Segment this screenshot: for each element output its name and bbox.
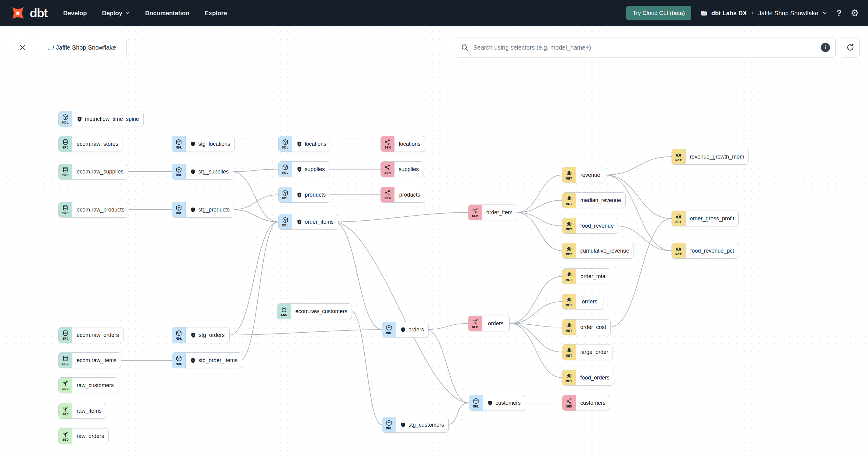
graph-node-met_food_orders[interactable]: METfood_orders: [562, 370, 614, 386]
graph-node-stg_supplies[interactable]: MDLstg_supplies: [172, 164, 233, 180]
lineage-canvas[interactable]: .. / Jaffle Shop Snowflake i MDLmetricfl…: [0, 26, 868, 451]
graph-node-metricflow_time_spine[interactable]: MDLmetricflow_time_spine: [58, 111, 144, 127]
lineage-breadcrumb[interactable]: .. / Jaffle Shop Snowflake: [37, 38, 126, 57]
node-kind-label: MET: [676, 252, 682, 256]
graph-node-order_items_mdl[interactable]: MDLorder_items: [278, 214, 338, 230]
node-label: median_revenue: [580, 197, 621, 204]
node-label: stg_supplies: [198, 169, 229, 175]
info-icon[interactable]: i: [821, 43, 830, 52]
node-label: metricflow_time_spine: [85, 116, 139, 122]
node-kind-label: SEM: [384, 171, 391, 175]
graph-node-src_raw_products[interactable]: SRCecom.raw_products: [58, 202, 129, 218]
graph-node-locations_mdl[interactable]: MDLlocations: [278, 136, 331, 152]
graph-node-src_raw_items[interactable]: SRCecom.raw_items: [58, 352, 121, 368]
node-label: raw_orders: [76, 433, 104, 440]
graph-node-order_item_sem[interactable]: SEMorder_item: [468, 205, 517, 220]
bar-chart-icon: MET: [562, 218, 576, 233]
graph-node-stg_locations[interactable]: MDLstg_locations: [172, 136, 235, 152]
graph-node-met_cumulative_revenue[interactable]: METcumulative_revenue: [562, 243, 634, 259]
graph-node-met_order_cost[interactable]: METorder_cost: [562, 319, 611, 335]
graph-node-met_food_revenue_pct[interactable]: METfood_revenue_pct: [672, 243, 739, 259]
breadcrumb-separator: /: [750, 10, 754, 17]
shield-icon: [190, 332, 196, 338]
graph-node-stg_customers[interactable]: MDLstg_customers: [382, 417, 448, 433]
node-label: ecom.raw_products: [76, 207, 124, 213]
graph-node-seed_raw_customers[interactable]: SEDraw_customers: [58, 378, 118, 393]
database-icon: SRC: [59, 164, 72, 179]
graph-node-orders_sem[interactable]: SEMorders: [468, 315, 510, 331]
graph-node-stg_products[interactable]: MDLstg_products: [172, 202, 234, 218]
project-switcher[interactable]: dbt Labs DX / Jaffle Shop Snowflake: [701, 9, 828, 17]
graph-node-met_revenue_growth_mom[interactable]: METrevenue_growth_mom: [672, 149, 749, 164]
node-label: raw_items: [76, 408, 101, 414]
network-icon: SEM: [381, 161, 395, 177]
nav-item-deploy[interactable]: Deploy: [102, 10, 130, 17]
graph-node-met_food_revenue[interactable]: METfood_revenue: [562, 218, 618, 234]
graph-node-src_raw_customers[interactable]: SRCecom.raw_customers: [277, 303, 352, 319]
graph-node-met_large_order[interactable]: METlarge_order: [562, 344, 613, 360]
graph-node-src_raw_orders[interactable]: SRCecom.raw_orders: [58, 327, 123, 343]
graph-node-stg_orders[interactable]: MDLstg_orders: [172, 327, 229, 343]
graph-node-seed_raw_orders[interactable]: SEDraw_orders: [58, 428, 108, 444]
node-label: large_order: [580, 349, 608, 356]
nav-item-documentation[interactable]: Documentation: [145, 10, 189, 17]
nav-item-explore[interactable]: Explore: [205, 10, 227, 17]
graph-node-met_orders[interactable]: METorders: [562, 294, 603, 309]
help-icon[interactable]: ?: [837, 8, 842, 18]
bar-chart-icon: MET: [672, 211, 685, 226]
seedling-icon: SED: [59, 378, 72, 393]
node-kind-label: MDL: [176, 337, 182, 340]
nav-item-develop[interactable]: Develop: [63, 10, 87, 17]
dbt-logo[interactable]: dbt: [9, 4, 48, 22]
gear-icon[interactable]: ⚙: [851, 8, 859, 18]
node-label: order_item: [486, 209, 513, 216]
node-label: cumulative_revenue: [580, 248, 629, 254]
graph-node-stg_order_items[interactable]: MDLstg_order_items: [172, 352, 242, 368]
graph-node-supplies_mdl[interactable]: MDLsupplies: [278, 161, 330, 177]
node-kind-label: MET: [566, 228, 572, 231]
refresh-button[interactable]: [841, 37, 860, 58]
main-nav: DevelopDeployDocumentationExplore: [63, 10, 227, 17]
graph-node-met_order_gross_profit[interactable]: METorder_gross_profit: [672, 211, 739, 227]
try-cloud-cli-button[interactable]: Try Cloud CLI (beta): [626, 6, 691, 20]
node-label: orders: [582, 299, 597, 305]
graph-node-supplies_sem[interactable]: SEMsupplies: [380, 161, 423, 177]
node-kind-label: MDL: [176, 174, 182, 177]
graph-node-products_sem[interactable]: SEMproducts: [380, 187, 425, 203]
edge-order_item_sem-to-met_cumulative_revenue: [517, 212, 562, 251]
node-label: revenue_growth_mom: [690, 154, 744, 160]
node-kind-label: MET: [566, 354, 572, 358]
graph-node-locations_sem[interactable]: SEMlocations: [380, 136, 425, 152]
node-label: orders: [408, 327, 424, 333]
edge-stg_supplies-to-order_items_mdl: [232, 172, 278, 222]
network-icon: SEM: [381, 187, 395, 202]
node-label: products: [399, 192, 420, 198]
dbt-wordmark: dbt: [30, 7, 48, 19]
node-kind-label: SEM: [472, 214, 478, 218]
graph-node-customers_mdl[interactable]: MDLcustomers: [469, 395, 525, 411]
graph-node-met_revenue[interactable]: METrevenue: [562, 167, 605, 183]
edge-met_order_cost-to-met_order_gross_profit: [610, 218, 672, 327]
node-label: locations: [305, 141, 326, 147]
node-label: supplies: [305, 166, 325, 173]
database-icon: SRC: [59, 353, 72, 368]
edge-order_item_sem-to-met_revenue: [517, 175, 562, 212]
node-label: supplies: [399, 166, 419, 173]
node-label: order_items: [305, 219, 334, 225]
graph-node-met_median_revenue[interactable]: METmedian_revenue: [562, 192, 626, 208]
graph-node-customers_sem[interactable]: SEMcustomers: [562, 395, 610, 411]
graph-node-met_order_total[interactable]: METorder_total: [562, 268, 611, 284]
node-label: stg_customers: [408, 422, 444, 428]
graph-node-orders_mdl[interactable]: MDLorders: [382, 322, 429, 337]
bar-chart-icon: MET: [562, 243, 576, 259]
graph-node-products_mdl[interactable]: MDLproducts: [278, 187, 330, 203]
node-label: stg_orders: [198, 332, 224, 338]
graph-node-seed_raw_items[interactable]: SEDraw_items: [58, 403, 106, 419]
graph-node-src_raw_stores[interactable]: SRCecom.raw_stores: [58, 136, 123, 152]
search-input[interactable]: [473, 44, 817, 52]
node-kind-label: SED: [62, 438, 69, 442]
node-label: locations: [399, 141, 420, 147]
close-lineage-button[interactable]: [13, 38, 32, 57]
node-kind-label: SRC: [62, 362, 69, 366]
graph-node-src_raw_supplies[interactable]: SRCecom.raw_supplies: [58, 164, 128, 180]
